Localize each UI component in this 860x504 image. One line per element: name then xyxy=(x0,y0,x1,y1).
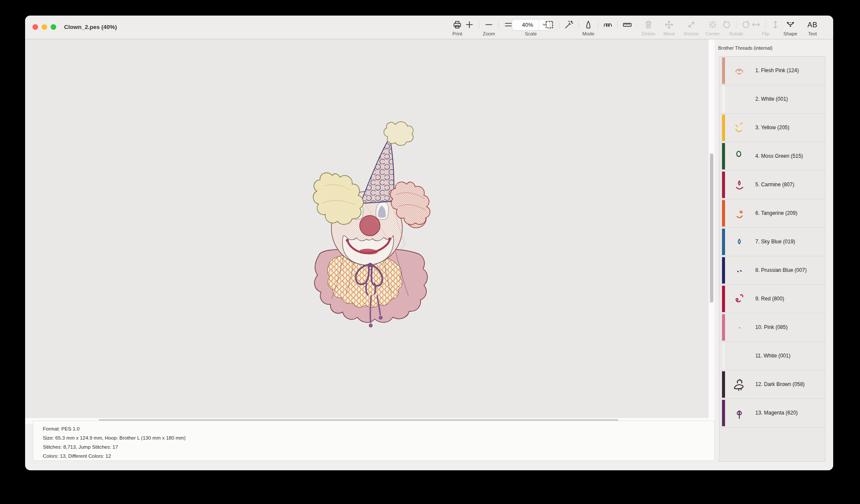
print-group: Print xyxy=(452,16,462,36)
thread-color-bar xyxy=(722,200,725,226)
info-size-hoop: Size: 65.3 mm x 124.9 mm, Hoop: Brother … xyxy=(43,434,714,443)
mode-select-button[interactable] xyxy=(544,19,555,30)
thread-color-bar xyxy=(722,229,725,255)
thread-color-bar xyxy=(722,115,725,141)
threads-panel: Brother Threads (internal) 1. Flesh Pink… xyxy=(715,39,833,470)
design-info-box: Format: PES 1.0 Size: 65.3 mm x 124.9 mm… xyxy=(33,421,715,461)
thread-row[interactable]: 3. Yellow (205) xyxy=(719,114,825,142)
print-button[interactable] xyxy=(452,19,462,30)
flip-horizontal-icon xyxy=(751,19,761,30)
thread-color-bar xyxy=(722,86,725,112)
thread-label: 10. Pink (085) xyxy=(755,313,788,342)
flip-horizontal-button[interactable] xyxy=(751,19,761,30)
thread-stitch-thumbnail xyxy=(732,93,746,106)
window-title: Clown_2.pes (40%) xyxy=(64,16,117,39)
thread-stitch-thumbnail xyxy=(732,349,746,363)
thread-row[interactable]: 1. Flesh Pink (124) xyxy=(719,57,825,85)
thread-stitch-thumbnail xyxy=(732,150,746,163)
thread-label: 1. Flesh Pink (124) xyxy=(755,57,799,85)
thread-row[interactable]: 4. Moss Green (515) xyxy=(719,142,825,171)
screen: Clown_2.pes (40%) Print xyxy=(0,0,860,504)
rotate-ccw-button[interactable] xyxy=(722,19,732,30)
text-ab-icon: AB xyxy=(807,21,817,29)
mode-group: Mode xyxy=(544,16,632,36)
thread-row[interactable]: 9. Red (800) xyxy=(719,285,825,313)
plus-icon xyxy=(464,19,475,30)
shape-group: Shape xyxy=(783,16,797,36)
resize-group: Resize xyxy=(684,16,699,36)
divider xyxy=(617,21,618,29)
printer-icon xyxy=(452,19,462,30)
info-colors: Colors: 13, Different Colors: 12 xyxy=(43,452,714,461)
thread-label: 4. Moss Green (515) xyxy=(755,142,803,171)
thread-stitch-thumbnail xyxy=(732,321,746,335)
zoom-window-button[interactable] xyxy=(51,24,56,30)
divider xyxy=(498,21,499,29)
thread-stitch-thumbnail xyxy=(732,292,746,306)
app-window: Clown_2.pes (40%) Print xyxy=(25,16,833,470)
thread-row[interactable]: 12. Dark Brown (058) xyxy=(719,370,825,399)
zoom-group: Zoom xyxy=(464,16,513,36)
divider xyxy=(559,21,559,29)
delete-button[interactable] xyxy=(643,19,654,30)
trash-icon xyxy=(643,19,654,30)
divider xyxy=(598,21,598,29)
mode-wand-button[interactable] xyxy=(564,19,574,30)
thread-color-bar xyxy=(722,400,725,426)
move-button[interactable] xyxy=(664,19,674,30)
thread-label: 2. White (001) xyxy=(755,85,788,114)
mode-thread-button[interactable] xyxy=(583,19,594,30)
mode-stitch-button[interactable] xyxy=(603,19,613,30)
rotate-cw-button[interactable] xyxy=(741,19,751,30)
center-group: Center xyxy=(705,16,719,36)
thread-row[interactable]: 7. Sky Blue (019) xyxy=(719,228,825,256)
rotate-cw-icon xyxy=(741,19,751,30)
titlebar: Clown_2.pes (40%) Print xyxy=(25,16,833,39)
threads-panel-header: Brother Threads (internal) xyxy=(718,45,773,51)
divider xyxy=(479,21,479,29)
thread-row[interactable]: 10. Pink (085) xyxy=(719,313,825,342)
thread-row[interactable]: 6. Tangerine (209) xyxy=(719,199,825,228)
thread-color-bar xyxy=(722,57,725,84)
magic-wand-icon xyxy=(564,19,574,30)
vertical-scrollbar xyxy=(709,39,715,418)
flip-group: Flip xyxy=(751,16,781,36)
minimize-window-button[interactable] xyxy=(42,24,47,30)
minus-icon xyxy=(484,19,494,30)
text-tool-button[interactable]: AB xyxy=(807,19,817,30)
thread-row[interactable]: 13. Magenta (620) xyxy=(719,399,825,427)
thread-color-bar xyxy=(722,371,725,398)
zoom-in-button[interactable] xyxy=(464,19,475,30)
close-window-button[interactable] xyxy=(32,24,38,30)
thread-label: 13. Magenta (620) xyxy=(755,399,798,427)
thread-row[interactable]: 8. Prussian Blue (007) xyxy=(719,256,825,285)
shape-button[interactable] xyxy=(785,19,796,30)
thread-row[interactable]: 11. White (001) xyxy=(719,342,825,370)
vertical-scrollbar-thumb[interactable] xyxy=(710,153,713,303)
thread-list: 1. Flesh Pink (124)2. White (001)3. Yell… xyxy=(719,56,825,462)
center-button[interactable] xyxy=(707,19,718,30)
thread-color-bar xyxy=(722,172,725,198)
divider xyxy=(578,21,579,29)
thread-label: 11. White (001) xyxy=(755,342,790,370)
divider xyxy=(766,21,766,29)
rotate-group: Rotate xyxy=(722,16,751,36)
thread-stitch-thumbnail xyxy=(732,235,746,249)
resize-button[interactable] xyxy=(686,19,696,30)
text-group: AB Text xyxy=(807,16,817,36)
thread-stitch-thumbnail xyxy=(732,64,746,78)
zoom-out-button[interactable] xyxy=(484,19,494,30)
thread-stitch-thumbnail xyxy=(732,264,746,278)
mode-ruler-button[interactable] xyxy=(622,19,632,30)
thread-row[interactable]: 5. Carmine (807) xyxy=(719,171,825,199)
thread-stitch-thumbnail xyxy=(732,378,746,392)
stitch-coil-icon xyxy=(603,19,613,30)
thread-label: 8. Prussian Blue (007) xyxy=(755,256,807,285)
traffic-lights xyxy=(32,24,56,30)
flip-vertical-button[interactable] xyxy=(770,19,781,30)
thread-label: 12. Dark Brown (058) xyxy=(755,370,805,399)
thread-color-bar xyxy=(722,286,725,312)
move-group: Move xyxy=(664,16,675,36)
thread-row[interactable]: 2. White (001) xyxy=(719,85,825,114)
thread-label: 5. Carmine (807) xyxy=(755,171,794,199)
